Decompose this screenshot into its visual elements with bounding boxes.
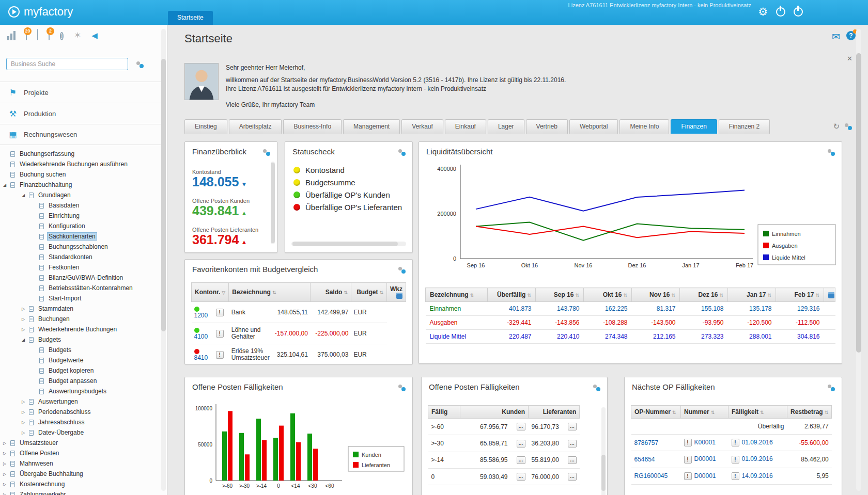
close-icon[interactable]: ✕ <box>847 55 853 62</box>
tree-item-umsatzsteuer[interactable]: ▷Umsatzsteuer <box>0 438 161 448</box>
widget-config-icon[interactable] <box>398 267 406 274</box>
widget-scrollbar-thumb[interactable] <box>271 163 275 243</box>
statistics-icon[interactable] <box>7 31 16 40</box>
widget-hscrollbar[interactable] <box>291 242 406 246</box>
widget-config-icon[interactable] <box>398 149 406 156</box>
tree-item-offene-posten[interactable]: ▷Offene Posten <box>0 448 161 458</box>
tab-vertrieb[interactable]: Vertrieb <box>526 119 568 134</box>
warning-button[interactable]: ! <box>732 439 739 446</box>
column-header-bezeichnung[interactable]: Bezeichnung⇅ <box>426 288 488 302</box>
widget-config-icon[interactable] <box>828 385 835 391</box>
tab-finanzen-2[interactable]: Finanzen 2 <box>719 119 770 134</box>
more-button[interactable]: … <box>517 473 525 481</box>
tree-item-finanzbuchhaltung[interactable]: ◢Finanzbuchhaltung <box>0 180 161 190</box>
tree-item-bilanz-guv-bwa-definition[interactable]: Bilanz/GuV/BWA-Definition <box>0 273 161 283</box>
column-header-faellig[interactable]: Fällig <box>428 406 460 419</box>
expander-icon[interactable]: ▷ <box>22 410 28 414</box>
mail-icon[interactable]: ✉ <box>832 31 840 43</box>
tree-item-stammdaten[interactable]: ▷Stammdaten <box>0 304 161 314</box>
refresh-icon[interactable]: ↻ <box>833 122 840 131</box>
expander-icon[interactable]: ◢ <box>3 183 9 187</box>
tab-management[interactable]: Management <box>343 119 400 134</box>
column-header-nummer[interactable]: Nummer⇅ <box>681 406 729 419</box>
account-link[interactable]: 1200 <box>194 312 208 319</box>
tree-item-auswertungen[interactable]: ▷Auswertungen <box>0 396 161 407</box>
tree-item-wiederkehrende-buchungen[interactable]: ▷Wiederkehrende Buchungen <box>0 324 161 334</box>
expander-icon[interactable]: ▷ <box>3 451 9 456</box>
column-header-saldo[interactable]: Saldo⇅ <box>311 283 351 302</box>
tree-item-start-import[interactable]: Start-Import <box>0 293 161 304</box>
column-header-restbetrag[interactable]: Restbetrag⇅ <box>787 406 832 419</box>
expander-icon[interactable]: ▷ <box>3 441 9 445</box>
tab-verkauf[interactable]: Verkauf <box>401 119 443 134</box>
table-settings-icon[interactable] <box>828 292 834 298</box>
shutdown-power-icon[interactable] <box>794 7 803 17</box>
tab-einkauf[interactable]: Einkauf <box>445 119 486 134</box>
expander-icon[interactable]: ▷ <box>22 430 28 435</box>
tree-item-budgets[interactable]: ◢Budgets <box>0 334 161 345</box>
tree-item-buchung-suchen[interactable]: Buchung suchen <box>0 169 161 180</box>
tree-item-bergabe-buchhaltung[interactable]: ▷Übergabe Buchhaltung <box>0 469 161 479</box>
column-header-okt-16[interactable]: Okt 16⇅ <box>584 288 632 302</box>
logout-power-icon[interactable] <box>776 7 785 17</box>
column-header-feb-17[interactable]: Feb 17⇅ <box>776 288 824 302</box>
datum-link[interactable]: 01.09.2016 <box>742 439 773 446</box>
tools-icon[interactable]: ✶ <box>74 31 81 40</box>
datum-link[interactable]: 01.09.2016 <box>742 455 773 462</box>
help-icon[interactable]: ? <box>846 31 856 40</box>
column-header-bezeichnung[interactable]: Bezeichnung⇅ <box>229 283 311 302</box>
tree-item-budgetwerte[interactable]: Budgetwerte <box>0 355 161 365</box>
tree-item-buchungen[interactable]: ▷Buchungen <box>0 314 161 324</box>
sidebar-item-rechnungswesen[interactable]: ▦Rechnungswesen <box>0 124 161 145</box>
main-scrollbar-thumb[interactable] <box>856 53 861 353</box>
info-icon[interactable]: i <box>60 31 64 40</box>
tree-item-sachkontenarten[interactable]: Sachkontenarten <box>0 231 161 242</box>
tree-item-konfiguration[interactable]: Konfiguration <box>0 221 161 231</box>
expander-icon[interactable]: ▷ <box>22 420 28 425</box>
tree-item-datev-bergabe[interactable]: ▷Datev-Übergabe <box>0 427 161 438</box>
column-header-berf-llig[interactable]: Überfällig⇅ <box>488 288 536 302</box>
more-button[interactable]: … <box>568 473 577 481</box>
tree-item-budget-kopieren[interactable]: Budget kopieren <box>0 365 161 376</box>
column-header-budget[interactable]: Budget⇅ <box>351 283 386 302</box>
calendar-alt-icon[interactable] <box>37 31 38 40</box>
kunden-link[interactable]: K00001 <box>694 439 716 446</box>
column-header-kunden[interactable]: Kunden <box>460 406 529 419</box>
tree-item-auswertungsbudgets[interactable]: Auswertungsbudgets <box>0 386 161 396</box>
calendar-icon[interactable]: 20 <box>26 31 27 40</box>
tree-item-betriebsst-tten-kontenrahmen[interactable]: Betriebsstätten-Kontenrahmen <box>0 283 161 293</box>
more-button[interactable]: … <box>517 456 525 464</box>
widget-scrollbar-thumb[interactable] <box>601 455 606 491</box>
warning-button[interactable]: ! <box>216 351 224 359</box>
table-settings-icon[interactable] <box>396 293 402 299</box>
expander-icon[interactable]: ▷ <box>3 472 9 476</box>
widget-hscrollbar-thumb[interactable] <box>292 242 398 246</box>
sidebar-item-projekte[interactable]: ⚑Projekte <box>0 82 161 103</box>
sidebar-item-produktion[interactable]: ⚒Produktion <box>0 103 161 124</box>
expander-icon[interactable]: ▷ <box>22 307 28 311</box>
widget-config-icon[interactable] <box>828 149 835 156</box>
more-button[interactable]: … <box>517 440 525 448</box>
op-link[interactable]: 654654 <box>634 456 655 463</box>
tab-finanzen[interactable]: Finanzen <box>671 119 717 134</box>
tree-item-zahlungsverkehr[interactable]: ▷Zahlungsverkehr <box>0 489 161 495</box>
tab-einstieg[interactable]: Einstieg <box>184 119 227 134</box>
search-widget-icon[interactable] <box>136 61 144 68</box>
tree-item-budget-anpassen[interactable]: Budget anpassen <box>0 376 161 386</box>
warning-button[interactable]: ! <box>684 472 692 480</box>
expander-icon[interactable]: ▷ <box>22 327 28 332</box>
datum-link[interactable]: 14.09.2016 <box>742 472 773 480</box>
back-icon[interactable]: ◀ <box>91 31 98 40</box>
warning-button[interactable]: ! <box>216 309 224 316</box>
notes-icon[interactable]: 2 <box>49 31 50 40</box>
sidebar-scrollbar-thumb[interactable] <box>161 59 166 331</box>
tree-item-jahresabschluss[interactable]: ▷Jahresabschluss <box>0 417 161 427</box>
column-header-jan-17[interactable]: Jan 17⇅ <box>728 288 776 302</box>
tab-business-info[interactable]: Business-Info <box>283 119 342 134</box>
tree-item-kostenrechnung[interactable]: ▷Kostenrechnung <box>0 479 161 489</box>
warning-button[interactable]: ! <box>732 456 739 464</box>
account-link[interactable]: 4100 <box>194 333 208 340</box>
op-link[interactable]: 8786757 <box>634 439 659 446</box>
myfactory-logo[interactable]: myfactory <box>8 5 73 19</box>
tree-item-periodenabschluss[interactable]: ▷Periodenabschluss <box>0 407 161 417</box>
